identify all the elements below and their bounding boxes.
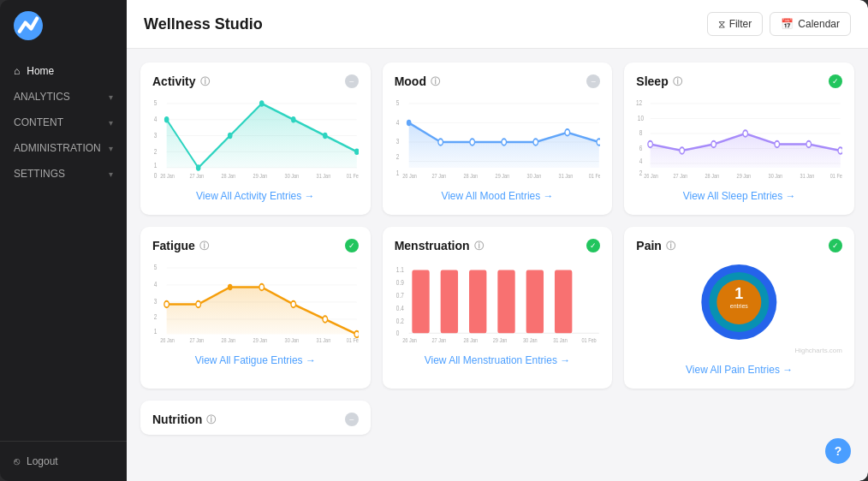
menstruation-footer: View All Menstruation Entries →	[395, 352, 601, 367]
svg-text:29 Jan: 29 Jan	[495, 173, 509, 180]
logout-label: Logout	[27, 455, 58, 467]
svg-point-17	[323, 133, 328, 140]
logo-icon	[14, 11, 43, 40]
svg-text:2: 2	[154, 147, 158, 156]
svg-text:27 Jan: 27 Jan	[431, 337, 446, 344]
svg-text:3: 3	[154, 131, 158, 140]
menstruation-info-icon[interactable]: ⓘ	[474, 240, 484, 252]
svg-text:01 Feb: 01 Feb	[347, 337, 359, 344]
svg-rect-107	[412, 270, 429, 334]
sidebar-footer: ⎋ Logout	[0, 441, 127, 481]
sidebar-item-home-label: Home	[27, 65, 54, 77]
svg-text:31 Jan: 31 Jan	[317, 337, 331, 344]
svg-point-38	[470, 139, 475, 145]
mood-status: –	[586, 74, 600, 88]
svg-text:31 Jan: 31 Jan	[800, 173, 815, 180]
pain-info-icon[interactable]: ⓘ	[666, 240, 675, 252]
svg-point-91	[323, 316, 328, 323]
svg-text:28 Jan: 28 Jan	[222, 173, 236, 180]
svg-text:0.7: 0.7	[396, 291, 404, 300]
sidebar-item-home[interactable]: ⌂ Home	[0, 58, 127, 84]
svg-point-88	[228, 284, 233, 291]
sleep-link[interactable]: View All Sleep Entries →	[683, 190, 796, 202]
svg-text:1: 1	[154, 328, 158, 336]
svg-point-66	[775, 141, 780, 148]
fatigue-status: ✓	[345, 239, 359, 252]
svg-text:3: 3	[154, 298, 158, 306]
menstruation-link[interactable]: View All Menstruation Entries →	[425, 354, 571, 366]
activity-info-icon[interactable]: ⓘ	[200, 75, 210, 88]
mood-link[interactable]: View All Mood Entries →	[441, 190, 553, 202]
filter-icon: ⧖	[718, 18, 725, 30]
svg-text:4: 4	[154, 115, 158, 123]
header-actions: ⧖ Filter 📅 Calendar	[707, 12, 851, 36]
svg-point-68	[838, 147, 842, 154]
svg-text:0.2: 0.2	[396, 317, 404, 325]
svg-text:2: 2	[154, 312, 158, 321]
fatigue-info-icon[interactable]: ⓘ	[199, 240, 209, 252]
svg-point-62	[648, 141, 653, 148]
pain-watermark: Highcharts.com	[636, 347, 842, 354]
svg-point-89	[259, 284, 265, 291]
svg-text:12: 12	[636, 99, 642, 108]
activity-link[interactable]: View All Activity Entries →	[196, 190, 315, 202]
dashboard-grid: Activity ⓘ – 5 4 3 2	[127, 49, 868, 448]
activity-footer: View All Activity Entries →	[152, 187, 359, 203]
svg-point-15	[259, 100, 265, 107]
svg-rect-111	[526, 270, 543, 334]
svg-text:29 Jan: 29 Jan	[737, 173, 752, 180]
calendar-label: Calendar	[798, 18, 840, 30]
filter-button[interactable]: ⧖ Filter	[707, 12, 764, 36]
sleep-title: Sleep ⓘ	[636, 74, 681, 88]
sidebar-item-content[interactable]: CONTENT ▾	[0, 110, 127, 135]
svg-text:26 Jan: 26 Jan	[402, 173, 417, 180]
sidebar-item-administration[interactable]: ADMINISTRATION ▾	[0, 135, 127, 161]
fatigue-footer: View All Fatigue Entries →	[152, 352, 359, 367]
mood-info-icon[interactable]: ⓘ	[431, 75, 440, 88]
svg-text:01 Feb: 01 Feb	[830, 173, 842, 180]
svg-text:0.4: 0.4	[396, 304, 405, 312]
logo-area	[0, 0, 127, 51]
page-title: Wellness Studio	[144, 15, 263, 33]
fatigue-link[interactable]: View All Fatigue Entries →	[195, 354, 316, 366]
fatigue-card: Fatigue ⓘ ✓ 5 4 3 2 1	[140, 227, 371, 389]
nutrition-info-icon[interactable]: ⓘ	[206, 413, 216, 426]
calendar-button[interactable]: 📅 Calendar	[770, 12, 851, 36]
svg-text:30 Jan: 30 Jan	[285, 173, 300, 180]
help-button[interactable]: ?	[825, 438, 851, 464]
svg-text:31 Jan: 31 Jan	[317, 173, 331, 180]
svg-text:28 Jan: 28 Jan	[222, 337, 236, 344]
svg-text:0: 0	[154, 172, 158, 181]
analytics-chevron-icon: ▾	[109, 92, 113, 102]
svg-point-64	[711, 141, 716, 148]
svg-rect-112	[555, 270, 572, 334]
menstruation-title: Menstruation ⓘ	[395, 239, 484, 252]
svg-text:1: 1	[154, 161, 158, 169]
logout-button[interactable]: ⎋ Logout	[14, 455, 113, 467]
settings-label: SETTINGS	[14, 168, 65, 180]
mood-title: Mood ⓘ	[395, 74, 440, 88]
svg-text:2: 2	[396, 152, 400, 161]
activity-card: Activity ⓘ – 5 4 3 2	[140, 62, 371, 215]
svg-text:26 Jan: 26 Jan	[645, 173, 659, 180]
svg-point-36	[407, 120, 412, 127]
svg-text:01 Feb: 01 Feb	[347, 173, 359, 180]
svg-text:30 Jan: 30 Jan	[769, 173, 783, 180]
sidebar-item-settings[interactable]: SETTINGS ▾	[0, 161, 127, 187]
sleep-info-icon[interactable]: ⓘ	[673, 75, 682, 88]
svg-text:27 Jan: 27 Jan	[431, 173, 446, 180]
svg-text:5: 5	[154, 99, 158, 108]
nutrition-title: Nutrition ⓘ	[152, 413, 216, 426]
pain-footer: View All Pain Entries →	[636, 361, 842, 377]
pain-link[interactable]: View All Pain Entries →	[686, 364, 793, 376]
svg-text:31 Jan: 31 Jan	[558, 173, 573, 180]
sleep-chart: 12 10 8 6 4 2	[636, 95, 842, 181]
svg-point-12	[164, 116, 169, 123]
svg-point-16	[291, 116, 296, 123]
sidebar-item-analytics[interactable]: ANALYTICS ▾	[0, 84, 127, 110]
svg-text:0.9: 0.9	[396, 278, 404, 287]
svg-point-41	[565, 129, 570, 136]
svg-text:3: 3	[396, 138, 400, 146]
svg-text:5: 5	[396, 99, 400, 108]
logout-icon: ⎋	[14, 455, 20, 467]
